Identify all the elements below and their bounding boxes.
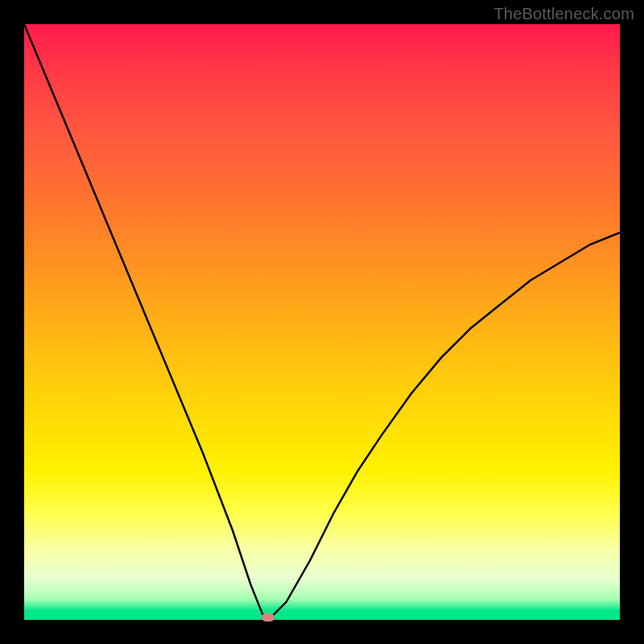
plot-area bbox=[24, 24, 620, 620]
chart-container: TheBottleneck.com bbox=[0, 0, 644, 644]
watermark-text: TheBottleneck.com bbox=[493, 5, 634, 23]
curve-svg bbox=[24, 24, 620, 620]
bottleneck-curve bbox=[24, 24, 620, 620]
optimal-marker bbox=[262, 613, 275, 621]
